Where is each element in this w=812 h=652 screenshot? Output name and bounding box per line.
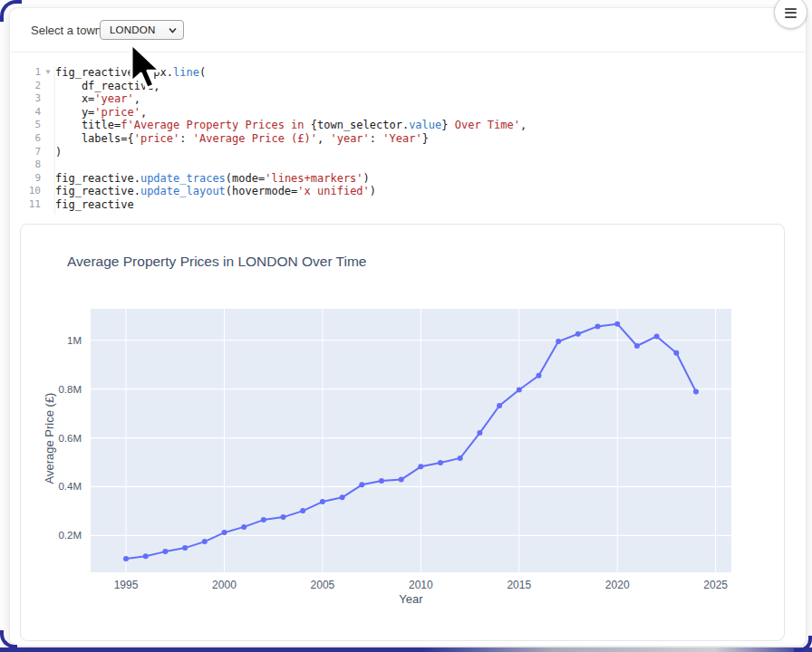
code-text: x='year', xyxy=(55,92,140,106)
code-token: : xyxy=(179,132,192,145)
x-axis-title: Year xyxy=(91,592,731,606)
code-token: , xyxy=(317,132,330,145)
code-token: Over Time' xyxy=(449,119,520,131)
data-point[interactable] xyxy=(673,350,679,356)
code-token: 'Average Price (£)' xyxy=(193,132,317,145)
code-token: update_layout xyxy=(140,185,226,197)
code-token: } xyxy=(422,132,429,145)
data-point[interactable] xyxy=(379,478,384,484)
data-point[interactable] xyxy=(497,403,502,408)
line-number: 9 xyxy=(11,172,41,186)
window-bottom-edge xyxy=(0,647,812,652)
line-number: 2 xyxy=(11,80,41,93)
code-editor[interactable]: 1▼fig_reactive = px.line(2 df_reactive,3… xyxy=(11,66,790,212)
code-line[interactable]: 4 y='price', xyxy=(11,106,790,120)
data-point[interactable] xyxy=(359,482,364,487)
window-border-decoration xyxy=(0,0,22,22)
code-token: update_traces xyxy=(140,172,226,185)
code-token: ) xyxy=(363,172,370,185)
data-point[interactable] xyxy=(595,323,601,329)
x-tick-label: 2010 xyxy=(409,579,433,591)
plot-area xyxy=(91,309,731,572)
line-number: 8 xyxy=(11,158,41,172)
data-point[interactable] xyxy=(222,530,227,535)
x-tick-label: 1995 xyxy=(114,579,139,591)
data-point[interactable] xyxy=(202,539,208,544)
hamburger-icon xyxy=(785,5,797,20)
data-point[interactable] xyxy=(536,373,542,379)
data-point[interactable] xyxy=(261,517,266,523)
data-point[interactable] xyxy=(458,455,463,461)
data-point[interactable] xyxy=(418,464,423,469)
data-point[interactable] xyxy=(340,494,345,500)
data-point[interactable] xyxy=(162,549,168,554)
data-point[interactable] xyxy=(281,514,286,520)
data-point[interactable] xyxy=(182,545,188,551)
code-line[interactable]: 2 df_reactive, xyxy=(11,80,790,93)
data-point[interactable] xyxy=(123,556,129,561)
data-point[interactable] xyxy=(143,553,149,559)
y-axis-title: Average Price (£) xyxy=(43,393,56,484)
fold-gutter xyxy=(41,119,55,132)
code-token: 'lines+markers' xyxy=(265,172,362,185)
code-line[interactable]: 11fig_reactive xyxy=(11,198,790,212)
code-text: labels={'price': 'Average Price (£)', 'y… xyxy=(55,132,429,146)
code-token: (hovermode= xyxy=(226,185,297,197)
code-line[interactable]: 1▼fig_reactive = px.line( xyxy=(11,66,790,80)
code-text: title=f'Average Property Prices in {town… xyxy=(55,119,527,132)
fold-gutter xyxy=(41,158,55,172)
code-token: ) xyxy=(370,185,376,197)
code-line[interactable]: 5 title=f'Average Property Prices in {to… xyxy=(11,119,790,132)
code-token: fig_reactive. xyxy=(55,172,140,185)
data-point[interactable] xyxy=(477,430,482,436)
fold-gutter xyxy=(41,106,55,120)
y-tick-label: 0.4M xyxy=(58,481,82,492)
x-tick-label: 2000 xyxy=(212,579,237,591)
line-number: 1 xyxy=(11,66,41,80)
fold-gutter xyxy=(41,185,55,198)
fold-gutter xyxy=(41,80,55,93)
data-point[interactable] xyxy=(320,499,325,504)
code-line[interactable]: 8 xyxy=(11,158,790,172)
code-token: fig_reactive = px. xyxy=(55,66,173,79)
data-point[interactable] xyxy=(517,388,522,393)
app-window: Select a town: LONDON 1▼fig_reactive = p… xyxy=(0,0,812,652)
code-token: 'year' xyxy=(94,92,133,105)
code-token: 'price' xyxy=(134,132,180,145)
code-line[interactable]: 3 x='year', xyxy=(11,92,790,106)
code-line[interactable]: 10fig_reactive.update_layout(hovermode='… xyxy=(11,185,790,198)
data-point[interactable] xyxy=(556,339,561,344)
code-token: 'price' xyxy=(94,106,140,119)
data-point[interactable] xyxy=(614,321,620,327)
data-point[interactable] xyxy=(300,508,305,513)
code-line[interactable]: 7) xyxy=(11,146,790,159)
code-line[interactable]: 9fig_reactive.update_traces(mode='lines+… xyxy=(11,172,790,186)
fold-gutter xyxy=(41,146,55,159)
line-number: 6 xyxy=(11,132,41,146)
code-token: , xyxy=(140,106,147,119)
code-text: fig_reactive.update_layout(hovermode='x … xyxy=(55,185,376,198)
data-point[interactable] xyxy=(438,460,443,465)
fold-gutter xyxy=(41,172,55,186)
window-border-decoration xyxy=(0,630,17,648)
town-select[interactable]: LONDON xyxy=(100,20,184,40)
line-number: 11 xyxy=(11,198,41,212)
code-text: fig_reactive xyxy=(55,198,134,212)
code-token: , xyxy=(520,119,527,131)
line-number: 3 xyxy=(11,92,41,106)
fold-arrow-icon[interactable]: ▼ xyxy=(41,66,55,80)
data-point[interactable] xyxy=(575,331,581,337)
data-point[interactable] xyxy=(693,389,699,395)
code-token: df_reactive, xyxy=(55,80,160,92)
notebook-panel: Select a town: LONDON 1▼fig_reactive = p… xyxy=(9,7,807,647)
chart-title: Average Property Prices in LONDON Over T… xyxy=(67,254,367,270)
x-tick-label: 2015 xyxy=(507,579,531,591)
widget-toolbar: Select a town: LONDON xyxy=(11,9,805,53)
data-point[interactable] xyxy=(241,524,246,530)
code-text: y='price', xyxy=(55,106,147,120)
code-line[interactable]: 6 labels={'price': 'Average Price (£)', … xyxy=(11,132,790,146)
data-point[interactable] xyxy=(654,333,660,339)
y-tick-label: 0.8M xyxy=(58,384,82,395)
data-point[interactable] xyxy=(399,477,404,483)
data-point[interactable] xyxy=(634,343,640,349)
